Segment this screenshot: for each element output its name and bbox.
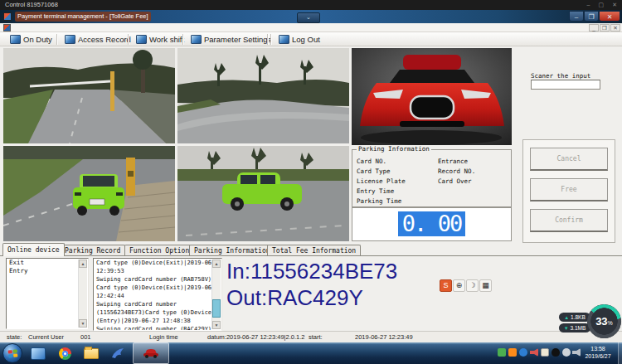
tray-flag-alert-icon[interactable]: [541, 348, 549, 357]
on-duty-label: On Duty: [23, 35, 52, 44]
datum-value: datum:2019-06-27 12:23:49|2.0.1.2: [207, 332, 304, 342]
entrance-label: Entrance: [438, 158, 468, 165]
net-percent: 33: [595, 315, 607, 328]
close-icon[interactable]: ✕: [612, 2, 617, 7]
tab-total-fee-information[interactable]: Total Fee Information: [267, 245, 361, 255]
list-item-entry[interactable]: Entry: [7, 267, 88, 275]
scroll-down-icon[interactable]: ▼: [212, 321, 221, 329]
windows-flag-icon: [8, 349, 18, 357]
login-time-label: Login time: [149, 332, 178, 342]
vehicle-photo: [352, 48, 512, 145]
camera-feed-bottom-right: [177, 146, 349, 241]
window-title-bar: Payment terminal management - [TollGate …: [0, 10, 622, 23]
net-download-pill: ▼ 3.1MB: [559, 323, 590, 332]
ime-halfmoon-icon[interactable]: ☽: [466, 279, 479, 292]
operator-code: 001: [80, 332, 91, 342]
log-line: Swiping cardCard number (RAC429Y): [94, 325, 212, 331]
plate-in-readout: In:11556234BE73: [226, 259, 397, 284]
red-car-icon: [143, 347, 159, 359]
window-minimize-button[interactable]: –: [569, 11, 584, 22]
parking-information-title: Parking Information: [357, 145, 431, 153]
cancel-button[interactable]: Cancel: [530, 148, 608, 171]
on-duty-button[interactable]: On Duty: [7, 34, 56, 45]
net-percent-unit: %: [608, 320, 613, 326]
taskbar-remote-desktop-button[interactable]: [26, 342, 51, 364]
mdi-restore-button[interactable]: ❐: [600, 24, 610, 32]
scroll-up-icon[interactable]: ▲: [212, 260, 221, 268]
scroll-down-icon[interactable]: ▼: [79, 319, 87, 328]
window-close-button[interactable]: ✕: [599, 11, 620, 22]
scanner-input[interactable]: [531, 80, 600, 90]
record-no-label: Record NO.: [438, 167, 475, 175]
work-shift-icon: [136, 35, 147, 44]
scanner-input-label: Scaner the input: [531, 72, 590, 80]
show-desktop-button[interactable]: [618, 342, 622, 364]
status-bar: state: Current User 001 Login time datum…: [0, 331, 622, 342]
remote-desktop-icon: [31, 347, 46, 360]
tray-sync-icon[interactable]: [562, 348, 571, 357]
mdi-close-button[interactable]: ✕: [610, 24, 620, 32]
camera-feed-top-left: [3, 48, 175, 143]
scrollbar-thumb[interactable]: [212, 299, 221, 318]
net-monitor-circle[interactable]: 33%: [587, 304, 621, 338]
start-button[interactable]: [2, 343, 22, 363]
tab-online-device[interactable]: Online device: [2, 243, 65, 256]
card-over-label: Card Over: [438, 177, 472, 185]
taskbar-chrome-button[interactable]: [52, 342, 77, 364]
event-log[interactable]: Card type (0)Device(Exit)|2019-06-27 12:…: [93, 258, 222, 331]
confirm-button[interactable]: Confirm: [530, 209, 608, 232]
device-list-scrollbar[interactable]: ▲ ▼: [78, 260, 87, 328]
fee-display-box: 0. 00: [352, 207, 512, 241]
taskbar-media-app-button[interactable]: [105, 342, 130, 364]
tray-teamviewer-icon[interactable]: [519, 348, 527, 357]
work-shift-button[interactable]: Work shift: [133, 34, 187, 45]
download-arrow-icon: ▼: [564, 326, 569, 331]
window-maximize-button[interactable]: ❐: [584, 11, 599, 22]
minimize-icon[interactable]: –: [586, 2, 590, 7]
tray-orange-app-icon[interactable]: [508, 348, 517, 357]
tab-parking-information[interactable]: Parking Information: [189, 245, 275, 255]
log-out-icon: [279, 35, 289, 44]
fee-amount: 0. 00: [398, 211, 465, 236]
folder-icon: [84, 348, 99, 359]
taskbar-explorer-button[interactable]: [79, 342, 104, 364]
maximize-icon[interactable]: ▢: [598, 2, 604, 7]
taskbar-parking-app-button[interactable]: [133, 342, 169, 364]
ime-keyboard-icon[interactable]: ▦: [479, 279, 492, 292]
log-out-button[interactable]: Log Out: [275, 34, 323, 45]
log-line: (Entry)|2019-06-27 12:48:38: [94, 317, 212, 325]
tray-speaker-red-icon[interactable]: [530, 348, 538, 357]
state-value: Current User: [28, 332, 64, 342]
tab-function-option[interactable]: Function Option: [124, 245, 194, 255]
plate-out-readout: Out:RAC429Y: [226, 285, 363, 311]
clock-date: 2019/6/27: [579, 352, 617, 360]
parameter-settings-label: Parameter Settings: [204, 35, 271, 44]
tab-strip: Online device Parking Record Function Op…: [0, 243, 622, 256]
tray-qq-penguin-icon[interactable]: [552, 348, 560, 357]
app-icon: [3, 12, 12, 21]
parameter-settings-button[interactable]: Parameter Settings: [187, 34, 275, 45]
log-line: Swiping cardCard number: [94, 300, 212, 308]
camera-feed-bottom-left: [3, 146, 175, 241]
start-label: start:: [309, 332, 323, 342]
scroll-up-icon[interactable]: ▲: [79, 260, 87, 268]
log-line: Swiping cardCard number (RAB758V): [94, 275, 212, 284]
list-item-exit[interactable]: Exit: [7, 259, 88, 267]
toolbar: On Duty Access Record Work shift Paramet…: [0, 32, 622, 46]
access-record-button[interactable]: Access Record: [61, 34, 134, 45]
event-log-scrollbar[interactable]: ▲ ▼: [211, 260, 221, 329]
access-record-label: Access Record: [78, 35, 131, 44]
camera-feed-top-right: [177, 48, 349, 143]
log-line: Card type (0)Device(Exit)|2019-06-27: [94, 259, 212, 267]
mdi-minimize-button[interactable]: _: [589, 24, 599, 32]
device-list[interactable]: Exit Entry ▲ ▼: [6, 258, 89, 329]
free-button[interactable]: Free: [530, 178, 608, 201]
tray-security-icon[interactable]: [498, 348, 506, 357]
ime-logo-icon[interactable]: S: [440, 279, 452, 292]
tab-divider: [0, 255, 622, 256]
ime-fullwidth-icon[interactable]: ⊕: [453, 279, 465, 292]
chevron-down-icon[interactable]: ⌄: [297, 12, 320, 23]
log-line: 12:42:44: [94, 292, 212, 300]
tab-parking-record[interactable]: Parking Record: [60, 245, 125, 255]
taskbar-clock[interactable]: 13:58 2019/6/27: [579, 345, 617, 360]
